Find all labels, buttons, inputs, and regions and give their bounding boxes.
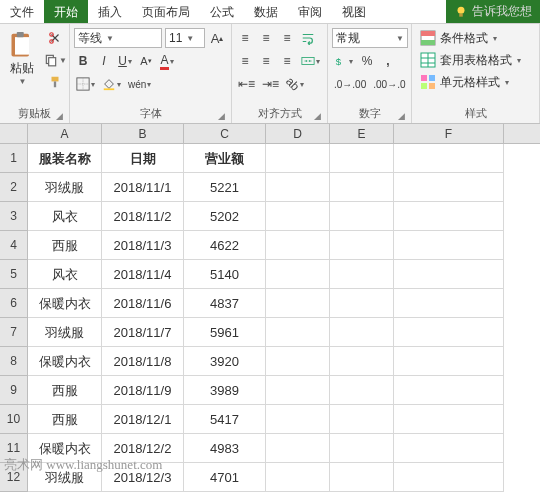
col-header-C[interactable]: C [184, 124, 266, 143]
cell[interactable] [394, 434, 504, 463]
cell[interactable] [330, 289, 394, 318]
cell[interactable]: 2018/11/7 [102, 318, 184, 347]
cell[interactable] [266, 231, 330, 260]
cell[interactable] [266, 376, 330, 405]
comma-button[interactable]: , [379, 51, 397, 71]
dialog-launcher-icon[interactable]: ◢ [314, 111, 321, 121]
cell[interactable]: 羽绒服 [28, 173, 102, 202]
cell[interactable]: 西服 [28, 405, 102, 434]
copy-button[interactable]: ▼ [42, 50, 69, 70]
cell[interactable]: 西服 [28, 231, 102, 260]
increase-decimal-button[interactable]: .0→.00 [332, 74, 368, 94]
row-header[interactable]: 5 [0, 260, 28, 289]
align-top-button[interactable]: ≡ [236, 28, 254, 48]
cell[interactable] [394, 144, 504, 173]
cell[interactable] [330, 144, 394, 173]
row-header[interactable]: 8 [0, 347, 28, 376]
increase-font-button[interactable]: A▴ [208, 28, 226, 48]
cell[interactable]: 4622 [184, 231, 266, 260]
dialog-launcher-icon[interactable]: ◢ [56, 111, 63, 121]
cell[interactable] [394, 347, 504, 376]
tab-file[interactable]: 文件 [0, 0, 44, 23]
cell[interactable] [394, 405, 504, 434]
format-as-table-button[interactable]: 套用表格格式▾ [416, 50, 525, 70]
align-middle-button[interactable]: ≡ [257, 28, 275, 48]
cell[interactable]: 4983 [184, 434, 266, 463]
cell[interactable]: 保暖内衣 [28, 434, 102, 463]
currency-button[interactable]: $▾ [332, 51, 355, 71]
cell[interactable]: 西服 [28, 376, 102, 405]
cell-styles-button[interactable]: 单元格样式▾ [416, 72, 513, 92]
tab-home[interactable]: 开始 [44, 0, 88, 23]
cell[interactable]: 5140 [184, 260, 266, 289]
cell[interactable]: 2018/12/2 [102, 434, 184, 463]
cell[interactable] [266, 434, 330, 463]
cell[interactable] [266, 173, 330, 202]
cell[interactable] [266, 202, 330, 231]
cell[interactable]: 风衣 [28, 260, 102, 289]
cell[interactable] [266, 289, 330, 318]
cell[interactable]: 保暖内衣 [28, 289, 102, 318]
cell[interactable] [394, 289, 504, 318]
cell[interactable]: 保暖内衣 [28, 347, 102, 376]
row-header[interactable]: 9 [0, 376, 28, 405]
cell[interactable]: 2018/11/1 [102, 173, 184, 202]
row-header[interactable]: 3 [0, 202, 28, 231]
cell[interactable] [394, 173, 504, 202]
row-header[interactable]: 1 [0, 144, 28, 173]
cell[interactable]: 4837 [184, 289, 266, 318]
cell[interactable]: 2018/12/1 [102, 405, 184, 434]
cell[interactable] [330, 231, 394, 260]
cell[interactable]: 2018/11/4 [102, 260, 184, 289]
underline-button[interactable]: U▾ [116, 51, 134, 71]
cell[interactable] [266, 260, 330, 289]
row-header[interactable]: 7 [0, 318, 28, 347]
cell[interactable] [266, 405, 330, 434]
percent-button[interactable]: % [358, 51, 376, 71]
cell[interactable]: 服装名称 [28, 144, 102, 173]
fill-color-button[interactable]: ▾ [100, 74, 123, 94]
cell[interactable] [394, 318, 504, 347]
cell[interactable] [266, 463, 330, 492]
align-right-button[interactable]: ≡ [278, 51, 296, 71]
cell[interactable] [330, 260, 394, 289]
cell[interactable]: 2018/11/9 [102, 376, 184, 405]
cell[interactable]: 风衣 [28, 202, 102, 231]
decrease-decimal-button[interactable]: .00→.0 [371, 74, 407, 94]
tab-insert[interactable]: 插入 [88, 0, 132, 23]
worksheet[interactable]: A B C D E F 1服装名称日期营业额2羽绒服2018/11/152213… [0, 124, 540, 492]
bold-button[interactable]: B [74, 51, 92, 71]
cell[interactable]: 5202 [184, 202, 266, 231]
row-header[interactable]: 2 [0, 173, 28, 202]
cell[interactable] [266, 144, 330, 173]
decrease-font-button[interactable]: A▾ [137, 51, 155, 71]
col-header-F[interactable]: F [394, 124, 504, 143]
cell[interactable] [394, 376, 504, 405]
cell[interactable] [394, 463, 504, 492]
col-header-B[interactable]: B [102, 124, 184, 143]
cell[interactable] [330, 202, 394, 231]
cell[interactable] [330, 405, 394, 434]
tab-page-layout[interactable]: 页面布局 [132, 0, 200, 23]
cell[interactable]: 5417 [184, 405, 266, 434]
align-center-button[interactable]: ≡ [257, 51, 275, 71]
cell[interactable] [394, 231, 504, 260]
cell[interactable] [330, 463, 394, 492]
cell[interactable] [330, 434, 394, 463]
conditional-formatting-button[interactable]: 条件格式▾ [416, 28, 501, 48]
align-bottom-button[interactable]: ≡ [278, 28, 296, 48]
row-header[interactable]: 4 [0, 231, 28, 260]
tell-me[interactable]: 告诉我您想 [446, 0, 540, 23]
cell[interactable] [330, 318, 394, 347]
row-header[interactable]: 10 [0, 405, 28, 434]
merge-button[interactable]: ▾ [299, 51, 322, 71]
cell[interactable] [266, 347, 330, 376]
cell[interactable]: 营业额 [184, 144, 266, 173]
align-left-button[interactable]: ≡ [236, 51, 254, 71]
font-color-button[interactable]: A▾ [158, 51, 176, 71]
cell[interactable]: 4701 [184, 463, 266, 492]
cell[interactable]: 3989 [184, 376, 266, 405]
cell[interactable] [266, 318, 330, 347]
col-header-E[interactable]: E [330, 124, 394, 143]
increase-indent-button[interactable]: ⇥≡ [260, 74, 281, 94]
